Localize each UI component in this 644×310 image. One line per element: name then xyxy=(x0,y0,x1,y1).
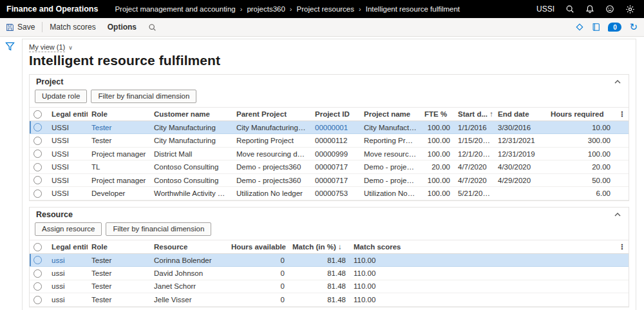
row-selector-radio[interactable] xyxy=(33,123,42,131)
match-pct-cell: 81.48 xyxy=(289,293,350,306)
assign-resource-button[interactable]: Assign resource xyxy=(35,222,102,236)
company-picker[interactable]: USSI xyxy=(536,5,554,14)
match-pct-cell: 81.48 xyxy=(289,267,350,280)
table-row[interactable]: ussiTesterJelle Visser081.48110.00 xyxy=(30,293,629,306)
table-row[interactable]: USSITesterCity ManufacturingCity Manufac… xyxy=(30,121,629,134)
refresh-icon[interactable]: ↻ xyxy=(629,23,638,32)
column-header-match-pct-sorted-desc[interactable]: Match (in %) ↓ xyxy=(289,240,350,253)
table-row[interactable]: ussiTesterDavid Johnson081.48110.00 xyxy=(30,267,629,280)
legal-entity-link[interactable]: ussi xyxy=(48,253,88,266)
collapse-chevron-icon[interactable] xyxy=(613,79,622,85)
search-icon[interactable] xyxy=(565,5,574,14)
page-title: Intelligent resource fulfilment xyxy=(29,53,629,68)
column-header-fte[interactable]: FTE % xyxy=(421,108,454,121)
row-selector-radio[interactable] xyxy=(33,137,42,145)
filter-pane-funnel-icon[interactable] xyxy=(5,42,15,51)
filler-header xyxy=(437,240,614,253)
column-header-project-id[interactable]: Project ID xyxy=(311,108,360,121)
table-row[interactable]: USSIProject managerContoso ConsultingDem… xyxy=(30,173,629,186)
grid-options-ellipsis-icon[interactable]: ⋮ xyxy=(614,240,629,253)
column-header-role[interactable]: Role xyxy=(88,108,150,121)
select-all-radio[interactable] xyxy=(33,243,42,251)
column-header-legal-entity[interactable]: Legal entity xyxy=(48,240,88,253)
resource-grid-header-row: Legal entity Role Resource Hours availab… xyxy=(30,240,629,253)
resource-filter-by-financial-dimension-button[interactable]: Filter by financial dimension xyxy=(106,222,211,236)
column-header-match-scores[interactable]: Match scores xyxy=(350,240,437,253)
command-search-icon[interactable] xyxy=(142,18,162,36)
project-id-cell: 00000717 xyxy=(311,160,360,173)
breadcrumb-item-module[interactable]: Project management and accounting xyxy=(115,5,235,13)
view-selector[interactable]: My view (1) ∨ xyxy=(29,43,73,52)
row-selector-radio[interactable] xyxy=(33,150,42,158)
chevron-down-icon: ∨ xyxy=(68,44,73,51)
resource-cell: David Johnson xyxy=(150,267,227,280)
project-name-cell: Reporting Project xyxy=(360,134,421,147)
open-in-office-icon[interactable] xyxy=(575,23,584,32)
table-row[interactable]: USSITLContoso ConsultingDemo - projects3… xyxy=(30,160,629,173)
column-header-resource[interactable]: Resource xyxy=(150,240,227,253)
row-selector-radio[interactable] xyxy=(33,163,42,171)
update-role-button[interactable]: Update role xyxy=(35,90,87,103)
customer-name-cell: City Manufacturing xyxy=(150,134,232,147)
select-all-cell[interactable] xyxy=(30,108,48,121)
table-row[interactable]: USSIProject managerDistrict MallMove res… xyxy=(30,147,629,160)
row-selector-cell xyxy=(30,147,48,160)
app-title[interactable]: Finance and Operations xyxy=(0,5,115,14)
select-all-cell[interactable] xyxy=(30,240,48,253)
row-menu-cell xyxy=(614,187,629,200)
settings-gear-icon[interactable] xyxy=(625,5,635,14)
save-button[interactable]: Save xyxy=(0,18,41,36)
legal-entity-cell: USSI xyxy=(48,187,88,200)
parent-project-cell: Reporting Project xyxy=(232,134,311,147)
notifications-bell-icon[interactable] xyxy=(585,5,594,14)
row-selector-radio[interactable] xyxy=(33,189,42,198)
row-selector-radio[interactable] xyxy=(33,256,42,264)
column-header-parent-project[interactable]: Parent Project xyxy=(232,108,311,121)
chevron-right-icon: › xyxy=(359,5,361,13)
fte-cell: 100.00 xyxy=(421,173,454,186)
role-cell: Tester xyxy=(88,134,150,147)
row-selector-radio[interactable] xyxy=(33,176,42,184)
top-navigation-bar: Finance and Operations Project managemen… xyxy=(0,0,644,18)
filler-cell xyxy=(437,293,614,306)
feedback-smiley-icon[interactable] xyxy=(605,5,614,14)
column-header-start-date-sorted-asc[interactable]: Start d... ↑ xyxy=(454,108,494,121)
table-row[interactable]: ussiTesterCorinna Bolender081.48110.00 xyxy=(30,253,629,266)
column-header-legal-entity[interactable]: Legal entity xyxy=(48,108,88,121)
table-row[interactable]: USSITesterCity ManufacturingReporting Pr… xyxy=(30,134,629,147)
role-cell: Tester xyxy=(88,267,150,280)
column-header-customer-name[interactable]: Customer name xyxy=(150,108,232,121)
column-header-role[interactable]: Role xyxy=(88,240,150,253)
match-scores-button[interactable]: Match scores xyxy=(44,18,101,36)
row-selector-radio[interactable] xyxy=(33,282,42,291)
customer-name-cell: Worthwhile Activity Store xyxy=(150,187,232,200)
breadcrumb-item-group[interactable]: Project resources xyxy=(297,5,354,13)
options-tab[interactable]: Options xyxy=(102,18,142,36)
table-row[interactable]: USSIDeveloperWorthwhile Activity StoreUt… xyxy=(30,187,629,200)
collapse-chevron-icon[interactable] xyxy=(613,211,622,218)
project-filter-by-financial-dimension-button[interactable]: Filter by financial dimension xyxy=(91,90,196,103)
hours-required-cell: 50.00 xyxy=(547,173,614,186)
row-selector-radio[interactable] xyxy=(33,296,42,304)
save-icon xyxy=(6,23,14,32)
column-header-project-name[interactable]: Project name xyxy=(360,108,421,121)
column-header-hours-available[interactable]: Hours available xyxy=(227,240,289,253)
end-date-cell: 4/30/2020 xyxy=(494,160,547,173)
hours-available-cell: 0 xyxy=(227,280,289,293)
role-link[interactable]: Tester xyxy=(88,121,150,134)
row-selector-radio[interactable] xyxy=(33,269,42,278)
project-section-header: Project xyxy=(30,75,629,88)
breadcrumb-item-area[interactable]: projects360 xyxy=(247,5,285,13)
table-row[interactable]: ussiTesterJanet Schorr081.48110.00 xyxy=(30,280,629,293)
grid-options-ellipsis-icon[interactable]: ⋮ xyxy=(614,108,629,121)
attachments-book-icon[interactable] xyxy=(592,23,600,32)
row-selector-cell xyxy=(30,187,48,200)
column-header-hours-required[interactable]: Hours required xyxy=(547,108,614,121)
resource-section-title: Resource xyxy=(36,210,73,219)
breadcrumb-item-page[interactable]: Intelligent resource fulfilment xyxy=(366,5,460,13)
role-cell: Project manager xyxy=(88,147,150,160)
column-header-end-date[interactable]: End date xyxy=(494,108,547,121)
message-center-badge[interactable]: 0 xyxy=(608,23,621,32)
select-all-radio[interactable] xyxy=(33,110,42,119)
project-id-link[interactable]: 00000001 xyxy=(311,121,360,134)
